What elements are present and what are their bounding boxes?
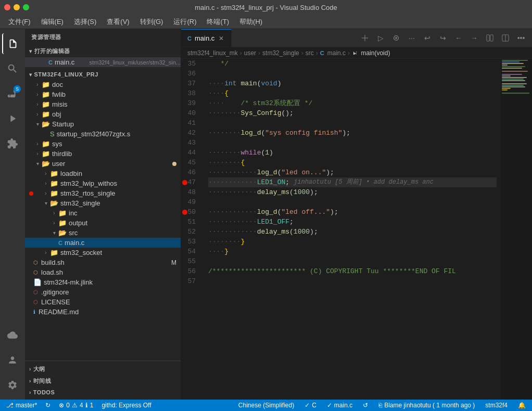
activity-search[interactable] — [2, 58, 23, 79]
breadcrumb-fn[interactable]: main(void) — [352, 49, 390, 57]
tree-thirdlib[interactable]: › 📁 thirdlib — [25, 149, 181, 159]
tree-misis[interactable]: › 📁 misis — [25, 99, 181, 109]
tree-arrow-doc: › — [33, 82, 42, 87]
tree-gitignore[interactable]: ⬡ .gitignore — [25, 287, 181, 297]
project-header[interactable]: ▾ STM32F4_LINUX_PRJ — [25, 69, 181, 80]
target-indicator[interactable]: stm32f4 — [483, 400, 510, 411]
breadcrumb-src[interactable]: src — [306, 49, 314, 57]
redo-button[interactable]: ↪ — [436, 31, 450, 45]
folder-icon: 📁 — [50, 170, 58, 177]
tree-startup[interactable]: ▾ 📂 Startup — [25, 119, 181, 129]
tree-src[interactable]: ▾ 📂 src — [25, 228, 181, 238]
activity-remote[interactable] — [2, 325, 23, 345]
tree-lwip[interactable]: › 📁 stm32_lwip_withos — [25, 178, 181, 188]
file-git-icon: ⬡ — [33, 289, 38, 295]
sync-button[interactable]: ↻ — [43, 400, 53, 411]
menu-run[interactable]: 运行(R) — [169, 16, 200, 28]
split-view-button[interactable] — [499, 31, 512, 45]
timeline-section[interactable]: › 时间线 — [25, 375, 181, 387]
activity-source-control[interactable]: S — [2, 83, 23, 104]
window-controls[interactable] — [4, 4, 29, 10]
todos-section[interactable]: › TODOS — [25, 387, 181, 397]
tree-license[interactable]: ⬡ LICENSE — [25, 297, 181, 307]
tree-loadsh[interactable]: ⬡ load.sh — [25, 267, 181, 277]
notification-bell[interactable]: 🔔 — [516, 400, 528, 411]
nav-forward-button[interactable]: → — [467, 31, 481, 45]
tree-readme[interactable]: ℹ README.md — [25, 307, 181, 317]
tree-user[interactable]: ▾ 📂 user — [25, 159, 181, 169]
tree-obj[interactable]: › 📁 obj — [25, 109, 181, 119]
tree-mainc[interactable]: C main.c — [25, 238, 181, 248]
menu-view[interactable]: 查看(V) — [103, 16, 133, 28]
minimap[interactable] — [501, 59, 532, 400]
tree-jlink[interactable]: 📄 stm32f4-mk.jlink — [25, 277, 181, 287]
breadcrumb-root[interactable]: stm32f4_linux_mk — [187, 49, 238, 57]
tree-sys[interactable]: › 📁 sys — [25, 139, 181, 149]
refresh-indicator[interactable]: ↺ — [361, 400, 370, 411]
tree-fwlib[interactable]: › 📁 fwlib — [25, 89, 181, 99]
menu-help[interactable]: 帮助(H) — [235, 16, 267, 28]
menu-edit[interactable]: 编辑(E) — [37, 16, 68, 28]
activity-explorer[interactable] — [2, 33, 23, 54]
nav-back-button[interactable]: ← — [452, 31, 465, 45]
open-changes-button[interactable] — [483, 31, 497, 45]
code-token: ········ — [208, 108, 240, 118]
undo-button[interactable]: ↩ — [421, 31, 434, 45]
code-editor[interactable]: 35 36 37 38 39 40 41 42 43 44 45 46 47 4… — [181, 59, 532, 400]
menu-select[interactable]: 选择(S) — [70, 16, 100, 28]
tree-buildsh[interactable]: ⬡ build.sh M — [25, 258, 181, 267]
breadcrumb-mainc[interactable]: main.c — [327, 49, 346, 57]
blame-indicator[interactable]: ⎗ Blame jinhaotutu ( 1 month ago ) — [376, 400, 477, 411]
tree-arrow-inc: › — [50, 210, 58, 216]
maximize-button[interactable] — [23, 4, 29, 10]
minimap-line — [502, 68, 522, 69]
menu-file[interactable]: 文件(F) — [4, 16, 35, 28]
activity-extensions[interactable] — [2, 133, 23, 154]
folder-icon: 📁 — [42, 140, 50, 148]
activity-settings[interactable] — [2, 375, 23, 395]
code-content[interactable]: */ ···· int main ( void ) ···· { — [204, 59, 501, 400]
errors-indicator[interactable]: ⊗ 0 ⚠ 4 ℹ 1 — [57, 400, 95, 411]
split-editor-button[interactable] — [358, 31, 372, 45]
branch-indicator[interactable]: ⎇ master* — [4, 400, 39, 411]
tab-mainc[interactable]: C main.c ✕ — [181, 29, 232, 47]
outline-section[interactable]: › 大纲 — [25, 363, 181, 375]
tree-single[interactable]: ▾ 📂 stm32_single — [25, 198, 181, 208]
branch-name: master* — [16, 402, 37, 409]
remote-indicator[interactable]: githd: Express Off — [99, 400, 153, 411]
tab-close-button[interactable]: ✕ — [218, 34, 225, 43]
menu-terminal[interactable]: 终端(T) — [202, 16, 233, 28]
minimize-button[interactable] — [14, 4, 20, 10]
menu-goto[interactable]: 转到(G) — [136, 16, 168, 28]
tree-output[interactable]: › 📁 output — [25, 218, 181, 228]
open-file-mainc[interactable]: ✕ C main.c stm32f4_linux_mk/user/stm32_s… — [25, 57, 181, 67]
language-indicator[interactable]: ✓ C — [302, 400, 319, 411]
activity-run[interactable] — [2, 108, 23, 129]
todos-label: TODOS — [33, 389, 55, 395]
breadcrumb-single[interactable]: stm32_single — [262, 49, 299, 57]
more-button[interactable]: ••• — [514, 31, 528, 45]
git-file-indicator[interactable]: ✓ main.c — [325, 400, 354, 411]
activity-account[interactable] — [2, 350, 23, 370]
encoding-indicator[interactable]: Chinese (Simplified) — [236, 400, 296, 411]
code-token: ( — [289, 227, 294, 237]
tree-loadbin[interactable]: › 📁 loadbin — [25, 169, 181, 178]
close-button[interactable] — [4, 4, 10, 10]
user-badge — [172, 162, 176, 166]
remote-label: githd: Express Off — [102, 402, 151, 409]
open-editors-header[interactable]: ▾ 打开的编辑器 — [25, 45, 181, 57]
tree-startup-file[interactable]: S startup_stm32f407zgtx.s — [25, 129, 181, 139]
tree-rtos[interactable]: › 📁 stm32_rtos_single — [25, 188, 181, 198]
code-token: void — [261, 79, 277, 88]
tree-socket[interactable]: › 📁 stm32_socket — [25, 248, 181, 258]
breadcrumb-user[interactable]: user — [244, 49, 256, 57]
more-options-button[interactable]: ··· — [405, 31, 419, 45]
target-label: stm32f4 — [485, 402, 508, 409]
run-file-button[interactable]: ▷ — [374, 31, 387, 45]
tree-inc[interactable]: › 📁 inc — [25, 208, 181, 218]
code-token: ( — [261, 148, 265, 158]
tree-doc[interactable]: › 📁 doc — [25, 80, 181, 89]
ln-55: 55 — [181, 256, 200, 266]
tab-label: main.c — [195, 34, 214, 42]
debug-button[interactable] — [389, 31, 403, 45]
